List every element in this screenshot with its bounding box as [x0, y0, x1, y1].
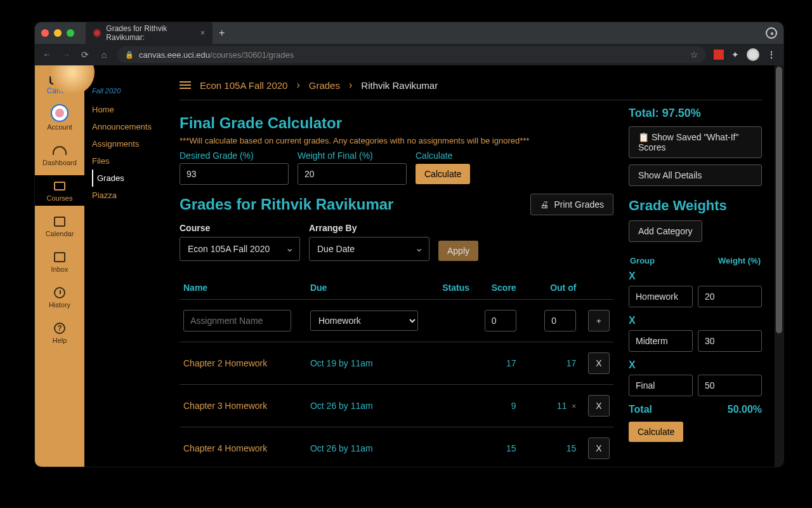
add-assignment-button[interactable]: + [588, 310, 610, 331]
new-assignment-outof-input[interactable] [544, 310, 576, 331]
calculator-title: Final Grade Calculator [180, 114, 613, 132]
assignment-outof: 17 [520, 342, 580, 385]
minimize-window-button[interactable] [54, 29, 62, 37]
course-nav-home[interactable]: Home [92, 101, 159, 118]
assignment-name[interactable]: Chapter 4 Homework [180, 427, 306, 467]
remove-category-button[interactable]: X [629, 315, 762, 326]
apply-button[interactable]: Apply [438, 241, 478, 261]
table-row: Chapter 2 Homework Oct 19 by 11am 17 17 … [180, 342, 613, 385]
assignment-score[interactable]: 17 [473, 342, 520, 385]
assignment-name[interactable]: Chapter 2 Homework [180, 342, 306, 385]
browser-tab[interactable]: Grades for Rithvik Ravikumar: × [86, 22, 213, 46]
extensions: ✦ ⋮ [714, 48, 777, 61]
category-weight-input[interactable] [698, 330, 762, 352]
desired-grade-label: Desired Grade (%) [180, 150, 289, 161]
nav-help[interactable]: ? Help [35, 318, 84, 348]
remove-row-button[interactable]: X [588, 395, 610, 417]
term-label: Fall 2020 [92, 87, 159, 95]
scrollbar[interactable] [775, 65, 783, 467]
tab-close-icon[interactable]: × [200, 29, 205, 37]
breadcrumb-bar: Econ 105A Fall 2020 › Grades › Rithvik R… [180, 70, 762, 100]
category-name-input[interactable] [629, 375, 693, 396]
maximize-window-button[interactable] [67, 29, 74, 37]
calculate-button[interactable]: Calculate [416, 164, 470, 184]
book-icon [53, 179, 67, 193]
remove-row-button[interactable]: X [588, 352, 610, 374]
back-button[interactable]: ← [41, 50, 53, 60]
home-button[interactable]: ⌂ [98, 50, 110, 60]
profile-avatar-icon[interactable] [747, 48, 759, 61]
nav-dashboard[interactable]: Dashboard [35, 140, 84, 170]
reload-button[interactable]: ⟳ [79, 50, 91, 60]
nav-label: Courses [47, 194, 73, 202]
course-nav-grades[interactable]: Grades [92, 170, 159, 187]
table-row: Chapter 4 Homework Oct 26 by 11am 15 15 … [180, 427, 613, 467]
weight-row: X [629, 271, 762, 307]
breadcrumb-course[interactable]: Econ 105A Fall 2020 [200, 80, 287, 91]
window-controls [41, 29, 74, 37]
extension-icon[interactable] [714, 50, 724, 60]
extensions-menu-icon[interactable]: ✦ [731, 50, 739, 60]
add-assignment-row: Homework + [180, 300, 613, 342]
category-weight-input[interactable] [698, 286, 762, 307]
forward-button[interactable]: → [60, 50, 72, 60]
show-details-button[interactable]: Show All Details [629, 164, 762, 186]
remove-category-button[interactable]: X [629, 271, 762, 282]
tab-strip: Grades for Rithvik Ravikumar: × + [35, 22, 783, 44]
global-nav: UCI Canvas Account Dashboard Courses Cal… [35, 65, 84, 467]
category-name-input[interactable] [629, 286, 693, 307]
hamburger-button[interactable] [180, 81, 191, 89]
assignment-score[interactable]: 9 [473, 385, 520, 427]
nav-inbox[interactable]: Inbox [35, 246, 84, 277]
course-nav-files[interactable]: Files [92, 152, 159, 170]
add-category-button[interactable]: Add Category [629, 220, 702, 242]
assignment-score[interactable]: 15 [473, 427, 520, 467]
new-assignment-score-input[interactable] [485, 310, 516, 331]
category-weight-input[interactable] [698, 375, 762, 396]
what-if-button[interactable]: 📋 Show Saved "What-If" Scores [629, 126, 762, 158]
course-nav-announcements[interactable]: Announcements [92, 118, 159, 135]
close-window-button[interactable] [41, 29, 49, 37]
nav-label: Dashboard [43, 159, 77, 166]
assignment-name[interactable]: Chapter 3 Homework [180, 385, 306, 427]
address-bar[interactable]: 🔒 canvas.eee.uci.edu/courses/30601/grade… [117, 46, 706, 63]
account-indicator-icon[interactable] [766, 27, 777, 39]
course-select-value: Econ 105A Fall 2020 [180, 237, 300, 261]
weights-calculate-button[interactable]: Calculate [629, 422, 683, 442]
remove-row-button[interactable]: X [588, 438, 610, 459]
print-grades-button[interactable]: 🖨 Print Grades [530, 194, 613, 215]
nav-calendar[interactable]: Calendar [35, 211, 84, 241]
breadcrumb-student: Rithvik Ravikumar [361, 80, 438, 91]
new-tab-button[interactable]: + [219, 27, 225, 39]
scrollbar-thumb[interactable] [776, 67, 782, 333]
toolbar: ← → ⟳ ⌂ 🔒 canvas.eee.uci.edu/courses/306… [35, 44, 783, 65]
assignment-due: Oct 26 by 11am [306, 427, 433, 467]
nav-account[interactable]: Account [35, 100, 84, 135]
browser-menu-icon[interactable]: ⋮ [767, 50, 777, 60]
remove-category-button[interactable]: X [629, 359, 762, 371]
course-nav-assignments[interactable]: Assignments [92, 135, 159, 152]
desired-grade-input[interactable] [180, 163, 289, 185]
final-weight-input[interactable] [298, 163, 407, 185]
category-name-input[interactable] [629, 330, 693, 352]
new-assignment-category-select[interactable]: Homework [310, 311, 418, 331]
help-icon: ? [53, 321, 67, 335]
bookmark-star-icon[interactable]: ☆ [690, 50, 698, 60]
weight-row: X [629, 315, 762, 352]
grades-title: Grades for Rithvik Ravikumar [180, 196, 393, 213]
nav-history[interactable]: History [35, 282, 84, 312]
what-if-label: Show Saved "What-If" Scores [638, 132, 738, 152]
course-nav-piazza[interactable]: Piazza [92, 187, 159, 204]
col-outof: Out of [520, 276, 580, 300]
col-status: Status [433, 276, 473, 300]
gauge-icon [53, 144, 67, 157]
nav-label: History [49, 301, 70, 309]
page-viewport: UCI Canvas Account Dashboard Courses Cal… [35, 65, 783, 467]
course-select[interactable]: Econ 105A Fall 2020 [180, 237, 300, 261]
nav-courses[interactable]: Courses [35, 175, 84, 206]
arrange-select[interactable]: Due Date [309, 237, 429, 261]
url-text: canvas.eee.uci.edu/courses/30601/grades [139, 50, 294, 60]
avatar-icon [51, 104, 69, 122]
new-assignment-name-input[interactable] [183, 310, 291, 331]
breadcrumb-section[interactable]: Grades [309, 80, 340, 91]
